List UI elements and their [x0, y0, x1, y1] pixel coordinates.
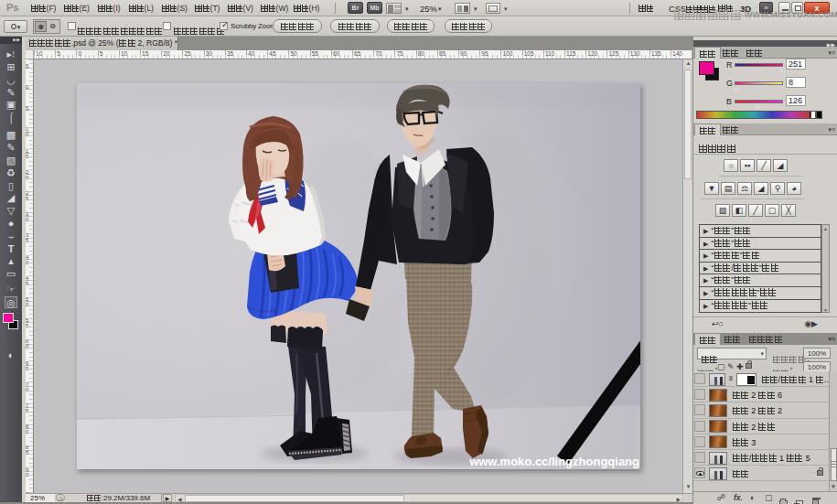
- svg-text:www.moko.cc/lingzhongqiang: www.moko.cc/lingzhongqiang: [468, 455, 639, 468]
